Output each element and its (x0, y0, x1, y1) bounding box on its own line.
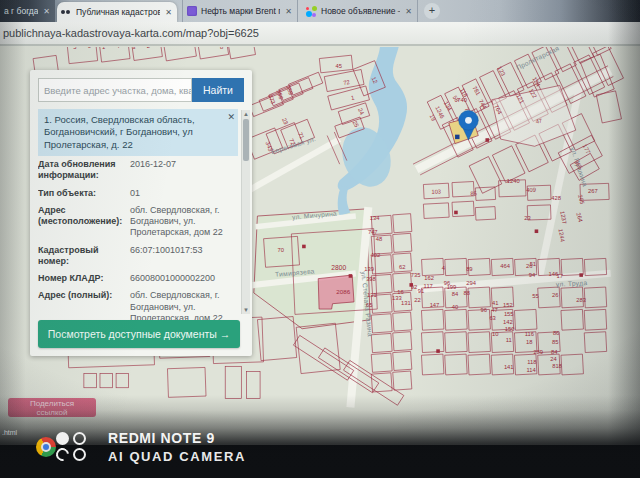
tab-cadastral-map[interactable]: Публичная кадастровая карта С ✕ (57, 2, 177, 22)
scrollbar-thumb[interactable] (243, 119, 249, 161)
field-cadastral-number: Кадастровый номер: 66:07:1001017:53 (38, 245, 238, 268)
view-documents-button[interactable]: Посмотреть доступные документы → (38, 320, 240, 348)
parcel-number: 19 (429, 114, 437, 122)
parcel-number: 72 (343, 79, 350, 86)
parcel-number: 359 (285, 85, 294, 96)
parcel-number: 26 (552, 292, 558, 298)
parcel-number: 464 (500, 263, 510, 269)
parcel-number: 84 (452, 291, 459, 297)
field-full-address: Адрес (полный): обл. Свердловская, г. Бо… (38, 290, 238, 324)
find-button[interactable]: Найти (192, 78, 244, 102)
url-text: publichnaya-kadastrovaya-karta.com/map?o… (3, 27, 259, 39)
parcel-number: 150 (505, 326, 515, 332)
parcel-number: 17 (556, 273, 562, 279)
parcel-number: 2 (147, 47, 150, 49)
parcel-number: 409 (526, 187, 536, 193)
chrome-taskbar-icon[interactable] (36, 437, 56, 457)
share-link-button[interactable]: Поделиться ссылкой (8, 398, 96, 417)
parcel-number: 40 (452, 304, 458, 310)
parcel-number: 16 (397, 289, 403, 295)
street-label: Пролетарская (515, 47, 561, 72)
panel-scrollbar[interactable]: ▲ ▼ (241, 110, 250, 314)
parcel-number: 55 (532, 293, 538, 299)
quad-camera-icon (56, 432, 90, 466)
parcel-number: 10 (492, 331, 498, 337)
parcel-number: 162 (424, 275, 434, 281)
tab-bogdanovich[interactable]: а г богданови ✕ (0, 0, 55, 22)
parcel-number: 264 (575, 212, 583, 224)
field-update-date: Дата обновления информации: 2016-12-07 (38, 159, 238, 182)
search-result-item[interactable]: 1. Россия, Свердловская область, Богдано… (38, 109, 238, 156)
scroll-up-icon[interactable]: ▲ (242, 110, 250, 118)
parcel-number: 114 (526, 367, 536, 373)
parcel-number: 85 (552, 339, 558, 345)
parcel-number: 117 (424, 283, 433, 289)
field-kladr-number: Номер КЛАДР: 66008001000002200 (38, 273, 238, 284)
parcel-number: 94 (529, 272, 536, 278)
parcel-number: 24 (357, 107, 365, 116)
parcel-number: 47 (535, 118, 542, 125)
scroll-down-icon[interactable]: ▼ (242, 306, 250, 314)
parcel-number: 103 (431, 189, 441, 195)
close-icon[interactable]: ✕ (404, 7, 413, 16)
parcel-number: 0 (88, 47, 91, 49)
parcel-number: 118 (527, 360, 536, 366)
parcel-number: 398 (366, 276, 376, 282)
parcel-number: 91 (418, 288, 424, 294)
parcel-number: 92 (411, 284, 417, 290)
parcel-number: 96 (480, 307, 486, 313)
parcel-number: 24 (550, 356, 557, 362)
new-tab-button[interactable]: + (424, 3, 440, 19)
parcel-number: 22 (414, 297, 420, 303)
parcel-number: 11 (506, 337, 512, 343)
search-result-text: 1. Россия, Свердловская область, Богдано… (44, 114, 195, 150)
parcel-number: 1244 (558, 228, 566, 243)
parcel-number: 141 (504, 364, 514, 370)
parcel-number: 818 (552, 363, 562, 369)
parcel-number: 152 (503, 302, 513, 308)
parcel-number: 65 (366, 302, 372, 308)
parcel-number: 8 (220, 47, 223, 50)
parcel-number: 70 (277, 247, 283, 253)
classifieds-favicon (306, 6, 317, 17)
parcel-number: 1240 (507, 178, 520, 184)
parcel-number: 283 (576, 297, 586, 303)
parcel-number: 343 (265, 141, 274, 152)
tab-new-listing[interactable]: Новое объявление — Объявле ✕ (302, 0, 418, 22)
parcel-number: 131 (401, 300, 411, 306)
parcel-number: 142 (503, 319, 513, 325)
parcel-number: 41 (492, 300, 498, 306)
parcel-number: 23 (281, 117, 289, 125)
close-icon[interactable]: ✕ (227, 112, 235, 124)
browser-tab-strip: а г богданови ✕ Публичная кадастровая ка… (0, 0, 640, 22)
parcel-number: 116 (525, 331, 534, 337)
parcel-number: 428 (551, 195, 561, 201)
parcel-number: 18 (526, 339, 532, 345)
tab-title: Новое объявление — Объявле (321, 6, 400, 16)
parcel-number: 265 (577, 194, 585, 205)
tab-title: а г богданови (4, 6, 38, 16)
close-icon[interactable]: ✕ (42, 7, 51, 16)
search-input[interactable] (38, 78, 192, 102)
parcel-number: 134 (443, 100, 453, 112)
tab-title: Публичная кадастровая карта С (76, 7, 160, 17)
parcel-number: 177 (582, 143, 592, 154)
parcel-number: 2800 (331, 264, 346, 271)
close-icon[interactable]: ✕ (284, 7, 293, 16)
parcel-number: 199 (447, 284, 457, 290)
close-icon[interactable]: ✕ (164, 8, 173, 17)
parcel-number: 1 (350, 95, 354, 102)
address-bar[interactable]: publichnaya-kadastrovaya-karta.com/map?o… (0, 22, 640, 46)
parcel-number: 1 (102, 47, 105, 50)
parcel-number: 88 (463, 290, 469, 296)
selected-parcel-number: 2086 (336, 288, 350, 295)
parcel-number: 23 (524, 215, 530, 221)
cadastral-map-favicon (61, 7, 72, 18)
attribute-list: Дата обновления информации: 2016-12-07 Т… (38, 159, 238, 335)
parcel-number: 45 (336, 63, 342, 69)
tab-news-brent[interactable]: Нефть марки Brent подешевела ✕ (182, 0, 298, 22)
parcel-number: 3 (132, 47, 135, 50)
parcel-number: 402 (371, 252, 381, 258)
parcel-number: 747 (368, 229, 378, 235)
field-object-type: Тип объекта: 01 (38, 188, 238, 199)
